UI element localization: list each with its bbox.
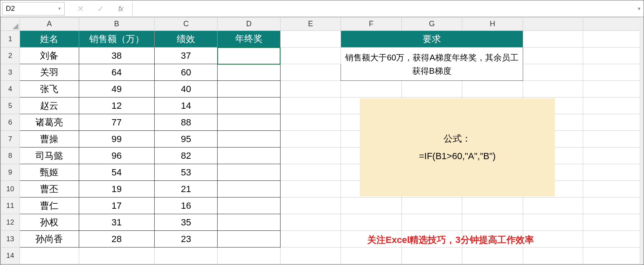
cell-A9[interactable]: 甄姬	[20, 164, 79, 181]
cell[interactable]	[462, 214, 523, 231]
cell-D11[interactable]	[218, 198, 281, 214]
cell[interactable]	[583, 214, 644, 231]
cell-F2-H3[interactable]: 销售额大于60万，获得A梯度年终奖，其余员工获得B梯度	[341, 48, 523, 81]
cell-D9[interactable]	[218, 164, 281, 181]
cell-B5[interactable]: 12	[79, 98, 155, 114]
cell[interactable]	[583, 114, 644, 131]
row-header[interactable]: 8	[1, 148, 20, 164]
cell[interactable]	[280, 164, 341, 181]
cell-A1[interactable]: 姓名	[20, 31, 79, 48]
row-header[interactable]: 9	[1, 164, 20, 181]
cell[interactable]	[462, 81, 523, 98]
cell-A2[interactable]: 刘备	[20, 48, 79, 64]
row-header[interactable]: 11	[1, 198, 20, 214]
cell-B9[interactable]: 54	[79, 164, 155, 181]
cell[interactable]	[583, 231, 644, 248]
cell[interactable]	[401, 81, 462, 98]
cell[interactable]	[583, 48, 644, 64]
cell[interactable]	[583, 98, 644, 114]
cell[interactable]	[280, 181, 341, 198]
cell-D6[interactable]	[218, 114, 281, 131]
cell[interactable]	[583, 148, 644, 164]
cell-A8[interactable]: 司马懿	[20, 148, 79, 164]
cell-B10[interactable]: 19	[79, 181, 155, 198]
cell[interactable]	[523, 31, 583, 48]
cell[interactable]	[523, 214, 583, 231]
cell-B12[interactable]: 31	[79, 214, 155, 231]
col-header-extra[interactable]	[583, 18, 644, 31]
cell-C7[interactable]: 95	[155, 131, 218, 148]
col-header-D[interactable]: D	[218, 18, 281, 31]
row-header[interactable]: 10	[1, 181, 20, 198]
grid-area[interactable]: A B C D E F G H 1 姓名 销售额（万） 绩效 年终奖 要求	[0, 17, 644, 265]
cell[interactable]	[523, 81, 583, 98]
cell[interactable]	[583, 81, 644, 98]
cell-F1-H1[interactable]: 要求	[341, 31, 523, 48]
name-box-dropdown-icon[interactable]: ▾	[58, 6, 61, 11]
cell-C6[interactable]: 88	[155, 114, 218, 131]
cell-B7[interactable]: 99	[79, 131, 155, 148]
cell[interactable]	[583, 31, 644, 48]
row-header[interactable]: 5	[1, 98, 20, 114]
cell[interactable]	[280, 231, 341, 248]
cell-A13[interactable]: 孙尚香	[20, 231, 79, 248]
cell-A12[interactable]: 孙权	[20, 214, 79, 231]
cell-C11[interactable]: 16	[155, 198, 218, 214]
cell-C2[interactable]: 37	[155, 48, 218, 64]
cell-B6[interactable]: 77	[79, 114, 155, 131]
cell[interactable]	[155, 248, 218, 264]
cell[interactable]	[341, 214, 401, 231]
row-header[interactable]: 14	[1, 248, 20, 264]
cell-A6[interactable]: 诸葛亮	[20, 114, 79, 131]
cell-D8[interactable]	[218, 148, 281, 164]
cell-A7[interactable]: 曹操	[20, 131, 79, 148]
cell-D10[interactable]	[218, 181, 281, 198]
col-header-extra[interactable]	[523, 18, 583, 31]
cell[interactable]	[341, 248, 401, 264]
row-header[interactable]: 7	[1, 131, 20, 148]
cell[interactable]	[280, 248, 341, 264]
cell-D4[interactable]	[218, 81, 281, 98]
col-header-H[interactable]: H	[462, 18, 523, 31]
cell[interactable]	[523, 64, 583, 81]
cell[interactable]	[280, 114, 341, 131]
cell[interactable]	[280, 214, 341, 231]
cell[interactable]	[79, 248, 155, 264]
cell-B4[interactable]: 49	[79, 81, 155, 98]
cell-B2[interactable]: 38	[79, 48, 155, 64]
cell-B1[interactable]: 销售额（万）	[79, 31, 155, 48]
cell-A4[interactable]: 张飞	[20, 81, 79, 98]
cell[interactable]	[401, 248, 462, 264]
cell-D13[interactable]	[218, 231, 281, 248]
enter-icon[interactable]: ✓	[90, 2, 110, 15]
cancel-icon[interactable]: ✕	[70, 2, 90, 15]
formula-input[interactable]	[132, 2, 634, 15]
fx-icon[interactable]: fx	[110, 2, 130, 15]
cell-D5[interactable]	[218, 98, 281, 114]
cell-D7[interactable]	[218, 131, 281, 148]
col-header-E[interactable]: E	[280, 18, 341, 31]
cell[interactable]	[523, 48, 583, 64]
row-header[interactable]: 4	[1, 81, 20, 98]
cell-D3[interactable]	[218, 64, 281, 81]
cell-A10[interactable]: 曹丕	[20, 181, 79, 198]
cell-C5[interactable]: 14	[155, 98, 218, 114]
cell[interactable]	[583, 164, 644, 181]
cell[interactable]	[583, 181, 644, 198]
cell-D12[interactable]	[218, 214, 281, 231]
cell-B13[interactable]: 28	[79, 231, 155, 248]
cell[interactable]	[280, 148, 341, 164]
cell[interactable]	[218, 248, 281, 264]
cell-D2[interactable]	[218, 48, 281, 64]
cell-C1[interactable]: 绩效	[155, 31, 218, 48]
cell[interactable]	[583, 198, 644, 214]
cell-D1[interactable]: 年终奖	[218, 31, 281, 48]
cell-C10[interactable]: 21	[155, 181, 218, 198]
select-all-corner[interactable]	[1, 18, 20, 31]
col-header-C[interactable]: C	[155, 18, 218, 31]
formula-expand-icon[interactable]: ▾	[634, 5, 644, 12]
name-box[interactable]: D2 ▾	[2, 2, 65, 15]
cell[interactable]	[280, 131, 341, 148]
cell[interactable]	[523, 198, 583, 214]
row-header[interactable]: 3	[1, 64, 20, 81]
